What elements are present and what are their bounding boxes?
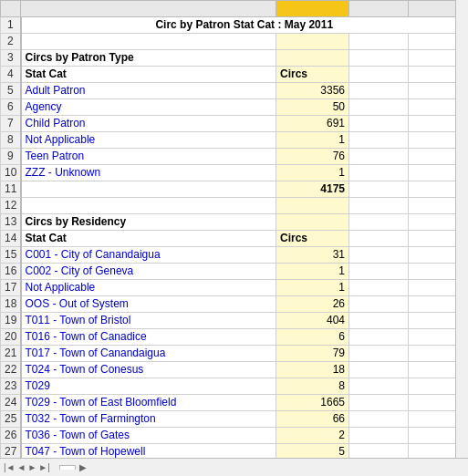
row-number: 6 — [1, 99, 21, 116]
cell-b-20[interactable]: 6 — [276, 329, 349, 346]
nav-first-icon[interactable]: |◄ — [4, 462, 16, 472]
nav-prev-icon[interactable]: ◄ — [17, 462, 26, 472]
row-number: 3 — [1, 50, 21, 67]
column-headers — [1, 1, 468, 17]
cell-b-11[interactable]: 4175 — [276, 181, 349, 198]
cell-b-9[interactable]: 76 — [276, 149, 349, 165]
row-number: 5 — [1, 83, 21, 99]
tab-bar: |◄ ◄ ► ►| ▶ — [0, 458, 468, 476]
row-number: 16 — [1, 264, 21, 280]
cell-a-13[interactable]: Circs by Residency — [21, 214, 276, 231]
cell-c-2[interactable] — [349, 34, 409, 50]
scrollbar[interactable] — [455, 0, 468, 458]
cell-c-6[interactable] — [349, 99, 409, 116]
sheet-tab[interactable] — [59, 465, 76, 470]
cell-a-18[interactable]: OOS - Out of System — [21, 296, 276, 313]
cell-a-15[interactable]: C001 - City of Canandaigua — [21, 247, 276, 264]
cell-a-24[interactable]: T029 - Town of East Bloomfield — [21, 395, 276, 411]
cell-c-3[interactable] — [349, 50, 409, 67]
cell-c-12[interactable] — [349, 198, 409, 214]
table-row: 20T016 - Town of Canadice6 — [1, 329, 468, 346]
cell-b-6[interactable]: 50 — [276, 99, 349, 116]
cell-a-11[interactable] — [21, 181, 276, 198]
cell-b-5[interactable]: 3356 — [276, 83, 349, 99]
cell-a-17[interactable]: Not Applicable — [21, 280, 276, 296]
table-row: 23T0298 — [1, 378, 468, 395]
cell-c-11[interactable] — [349, 181, 409, 198]
cell-b-25[interactable]: 66 — [276, 411, 349, 428]
cell-c-20[interactable] — [349, 329, 409, 346]
cell-a-14[interactable]: Stat Cat — [21, 231, 276, 247]
cell-a-21[interactable]: T017 - Town of Canandaigua — [21, 346, 276, 362]
cell-a-4[interactable]: Stat Cat — [21, 67, 276, 83]
cell-c-16[interactable] — [349, 264, 409, 280]
row-number: 8 — [1, 132, 21, 149]
cell-b-12[interactable] — [276, 198, 349, 214]
cell-b-24[interactable]: 1665 — [276, 395, 349, 411]
cell-c-23[interactable] — [349, 378, 409, 395]
cell-b-22[interactable]: 18 — [276, 362, 349, 378]
cell-c-4[interactable] — [349, 67, 409, 83]
cell-c-14[interactable] — [349, 231, 409, 247]
cell-c-18[interactable] — [349, 296, 409, 313]
cell-b-2[interactable] — [276, 34, 349, 50]
cell-c-15[interactable] — [349, 247, 409, 264]
table-row: 8Not Applicable1 — [1, 132, 468, 149]
cell-c-24[interactable] — [349, 395, 409, 411]
cell-c-13[interactable] — [349, 214, 409, 231]
cell-b-7[interactable]: 691 — [276, 116, 349, 132]
cell-c-5[interactable] — [349, 83, 409, 99]
col-c-header[interactable] — [349, 1, 409, 17]
cell-b-17[interactable]: 1 — [276, 280, 349, 296]
cell-b-18[interactable]: 26 — [276, 296, 349, 313]
cell-b-10[interactable]: 1 — [276, 165, 349, 181]
cell-b-21[interactable]: 79 — [276, 346, 349, 362]
cell-b-3[interactable] — [276, 50, 349, 67]
cell-b-26[interactable]: 2 — [276, 428, 349, 444]
table-row: 114175 — [1, 181, 468, 198]
cell-b-15[interactable]: 31 — [276, 247, 349, 264]
cell-c-17[interactable] — [349, 280, 409, 296]
col-b-header[interactable] — [276, 1, 349, 17]
cell-a-22[interactable]: T024 - Town of Conesus — [21, 362, 276, 378]
cell-a-7[interactable]: Child Patron — [21, 116, 276, 132]
cell-a-1[interactable]: Circ by Patron Stat Cat : May 2011 — [21, 17, 468, 34]
cell-a-5[interactable]: Adult Patron — [21, 83, 276, 99]
cell-b-8[interactable]: 1 — [276, 132, 349, 149]
cell-a-25[interactable]: T032 - Town of Farmington — [21, 411, 276, 428]
cell-b-4[interactable]: Circs — [276, 67, 349, 83]
cell-c-10[interactable] — [349, 165, 409, 181]
tab-navigation[interactable]: |◄ ◄ ► ►| — [0, 462, 56, 472]
cell-a-6[interactable]: Agency — [21, 99, 276, 116]
cell-a-9[interactable]: Teen Patron — [21, 149, 276, 165]
cell-a-8[interactable]: Not Applicable — [21, 132, 276, 149]
cell-b-14[interactable]: Circs — [276, 231, 349, 247]
cell-b-23[interactable]: 8 — [276, 378, 349, 395]
cell-c-9[interactable] — [349, 149, 409, 165]
col-a-header[interactable] — [21, 1, 276, 17]
nav-last-icon[interactable]: ►| — [38, 462, 50, 472]
cell-a-3[interactable]: Circs by Patron Type — [21, 50, 276, 67]
cell-c-19[interactable] — [349, 313, 409, 329]
row-number: 9 — [1, 149, 21, 165]
cell-a-20[interactable]: T016 - Town of Canadice — [21, 329, 276, 346]
cell-a-26[interactable]: T036 - Town of Gates — [21, 428, 276, 444]
cell-a-10[interactable]: ZZZ - Unknown — [21, 165, 276, 181]
cell-b-19[interactable]: 404 — [276, 313, 349, 329]
cell-a-16[interactable]: C002 - City of Geneva — [21, 264, 276, 280]
nav-next-icon[interactable]: ► — [27, 462, 36, 472]
cell-a-12[interactable] — [21, 198, 276, 214]
cell-a-23[interactable]: T029 — [21, 378, 276, 395]
row-number: 26 — [1, 428, 21, 444]
cell-a-19[interactable]: T011 - Town of Bristol — [21, 313, 276, 329]
cell-a-2[interactable] — [21, 34, 276, 50]
cell-c-26[interactable] — [349, 428, 409, 444]
cell-c-25[interactable] — [349, 411, 409, 428]
cell-b-13[interactable] — [276, 214, 349, 231]
cell-c-22[interactable] — [349, 362, 409, 378]
cell-c-8[interactable] — [349, 132, 409, 149]
cell-b-16[interactable]: 1 — [276, 264, 349, 280]
table-row: 25T032 - Town of Farmington66 — [1, 411, 468, 428]
cell-c-21[interactable] — [349, 346, 409, 362]
cell-c-7[interactable] — [349, 116, 409, 132]
